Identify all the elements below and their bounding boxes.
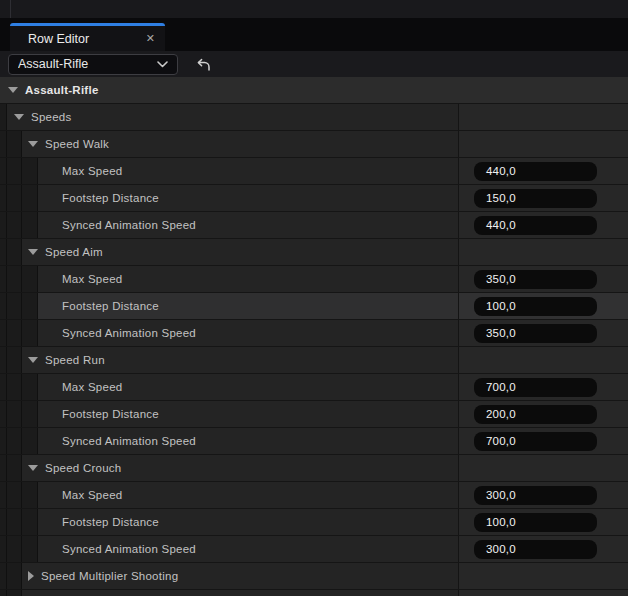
value-input[interactable]: 150,0 bbox=[474, 189, 597, 208]
row-value-cell: 300,0 bbox=[458, 536, 628, 562]
row-speed-aim[interactable]: Speed Aim bbox=[0, 239, 628, 265]
table-row-partial bbox=[0, 590, 628, 596]
row-name-cell: Speed Crouch bbox=[22, 455, 458, 481]
indent-gutter bbox=[7, 482, 22, 508]
panel-splitter[interactable] bbox=[10, 0, 11, 18]
value-input[interactable]: 100,0 bbox=[474, 297, 597, 316]
indent-gutter bbox=[0, 212, 7, 238]
row-max-speed[interactable]: Max Speed300,0 bbox=[0, 482, 628, 508]
row-footstep-distance[interactable]: Footstep Distance200,0 bbox=[0, 401, 628, 427]
collapse-arrow-icon[interactable] bbox=[28, 571, 34, 581]
row-assault-rifle[interactable]: Assault-Rifle bbox=[0, 77, 628, 103]
row-value-cell: 700,0 bbox=[458, 374, 628, 400]
expand-arrow-icon[interactable] bbox=[14, 114, 24, 120]
row-value-cell: 440,0 bbox=[458, 212, 628, 238]
row-name-cell: Footstep Distance bbox=[38, 185, 458, 211]
row-value-cell: 440,0 bbox=[458, 158, 628, 184]
indent-gutter bbox=[7, 401, 22, 427]
value-text: 150,0 bbox=[486, 192, 516, 204]
value-input[interactable]: 300,0 bbox=[474, 486, 597, 505]
row-name-cell: Speed Run bbox=[22, 347, 458, 373]
value-text: 300,0 bbox=[486, 489, 516, 501]
indent-gutter bbox=[7, 374, 22, 400]
row-synced-animation-speed[interactable]: Synced Animation Speed700,0 bbox=[0, 428, 628, 454]
row-synced-animation-speed[interactable]: Synced Animation Speed440,0 bbox=[0, 212, 628, 238]
value-input[interactable]: 440,0 bbox=[474, 216, 597, 235]
value-text: 100,0 bbox=[486, 300, 516, 312]
row-value-cell bbox=[458, 347, 628, 373]
row-value-cell bbox=[458, 104, 628, 130]
value-input[interactable]: 700,0 bbox=[474, 432, 597, 451]
value-input[interactable]: 300,0 bbox=[474, 540, 597, 559]
value-text: 440,0 bbox=[486, 165, 516, 177]
row-value-cell: 200,0 bbox=[458, 401, 628, 427]
expand-arrow-icon[interactable] bbox=[8, 87, 18, 93]
value-input[interactable]: 100,0 bbox=[474, 513, 597, 532]
row-label: Synced Animation Speed bbox=[62, 543, 196, 555]
indent-gutter bbox=[7, 158, 22, 184]
row-footstep-distance[interactable]: Footstep Distance100,0 bbox=[0, 293, 628, 319]
row-value-cell: 350,0 bbox=[458, 266, 628, 292]
row-speeds[interactable]: Speeds bbox=[0, 104, 628, 130]
value-text: 350,0 bbox=[486, 327, 516, 339]
value-input[interactable]: 700,0 bbox=[474, 378, 597, 397]
close-icon[interactable]: ✕ bbox=[146, 33, 155, 44]
row-select-dropdown[interactable]: Assault-Rifle bbox=[8, 54, 178, 75]
indent-gutter bbox=[7, 563, 22, 589]
indent-gutter bbox=[22, 536, 38, 562]
value-text: 700,0 bbox=[486, 381, 516, 393]
row-speed-walk[interactable]: Speed Walk bbox=[0, 131, 628, 157]
value-text: 440,0 bbox=[486, 219, 516, 231]
row-synced-animation-speed[interactable]: Synced Animation Speed300,0 bbox=[0, 536, 628, 562]
row-label: Synced Animation Speed bbox=[62, 327, 196, 339]
value-input[interactable]: 350,0 bbox=[474, 324, 597, 343]
expand-arrow-icon[interactable] bbox=[28, 141, 38, 147]
tab-row-editor[interactable]: Row Editor ✕ bbox=[10, 23, 165, 51]
row-max-speed[interactable]: Max Speed440,0 bbox=[0, 158, 628, 184]
row-name-cell: Synced Animation Speed bbox=[38, 212, 458, 238]
row-name-cell: Speeds bbox=[7, 104, 458, 130]
row-max-speed[interactable]: Max Speed700,0 bbox=[0, 374, 628, 400]
indent-gutter bbox=[22, 158, 38, 184]
row-speed-run[interactable]: Speed Run bbox=[0, 347, 628, 373]
row-footstep-distance[interactable]: Footstep Distance100,0 bbox=[0, 509, 628, 535]
undo-icon bbox=[195, 57, 211, 72]
indent-gutter bbox=[22, 509, 38, 535]
row-max-speed[interactable]: Max Speed350,0 bbox=[0, 266, 628, 292]
indent-gutter bbox=[0, 320, 7, 346]
indent-gutter bbox=[7, 185, 22, 211]
undo-button[interactable] bbox=[191, 53, 215, 75]
value-text: 200,0 bbox=[486, 408, 516, 420]
row-select-value: Assault-Rifle bbox=[18, 57, 151, 71]
row-name-cell: Footstep Distance bbox=[38, 509, 458, 535]
value-input[interactable]: 200,0 bbox=[474, 405, 597, 424]
value-input[interactable]: 350,0 bbox=[474, 270, 597, 289]
indent-gutter bbox=[0, 563, 7, 589]
expand-arrow-icon[interactable] bbox=[28, 357, 38, 363]
indent-gutter bbox=[22, 374, 38, 400]
row-label: Speed Multiplier Shooting bbox=[41, 570, 178, 582]
row-value-cell bbox=[458, 563, 628, 589]
expand-arrow-icon[interactable] bbox=[28, 465, 38, 471]
indent-gutter bbox=[0, 104, 7, 130]
row-label: Max Speed bbox=[62, 273, 122, 285]
indent-gutter bbox=[0, 509, 7, 535]
indent-gutter bbox=[7, 455, 22, 481]
tab-bar: Row Editor ✕ bbox=[0, 18, 628, 51]
indent-gutter bbox=[22, 266, 38, 292]
indent-gutter bbox=[0, 428, 7, 454]
row-label: Max Speed bbox=[62, 381, 122, 393]
row-synced-animation-speed[interactable]: Synced Animation Speed350,0 bbox=[0, 320, 628, 346]
value-input[interactable]: 440,0 bbox=[474, 162, 597, 181]
value-text: 300,0 bbox=[486, 543, 516, 555]
indent-gutter bbox=[0, 482, 7, 508]
row-speed-crouch[interactable]: Speed Crouch bbox=[0, 455, 628, 481]
indent-gutter bbox=[0, 374, 7, 400]
expand-arrow-icon[interactable] bbox=[28, 249, 38, 255]
indent-gutter bbox=[22, 185, 38, 211]
row-value-cell bbox=[458, 239, 628, 265]
row-speed-multiplier-shooting[interactable]: Speed Multiplier Shooting bbox=[0, 563, 628, 589]
indent-gutter bbox=[22, 320, 38, 346]
row-value-cell: 100,0 bbox=[458, 293, 628, 319]
row-footstep-distance[interactable]: Footstep Distance150,0 bbox=[0, 185, 628, 211]
